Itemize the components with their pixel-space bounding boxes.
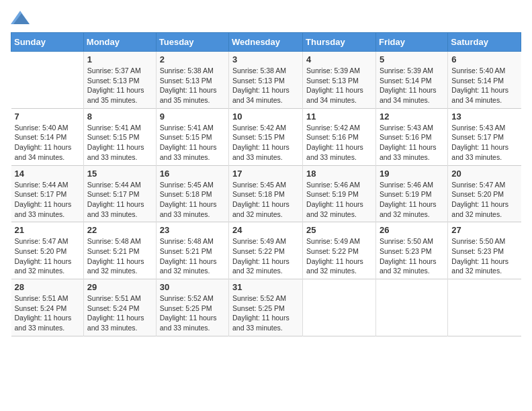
calendar-cell: 14Sunrise: 5:44 AMSunset: 5:17 PMDayligh… xyxy=(11,165,84,222)
daylight-minutes: and 33 minutes. xyxy=(160,152,225,163)
day-info: Sunrise: 5:41 AMSunset: 5:15 PMDaylight:… xyxy=(160,123,225,163)
sunset-text: Sunset: 5:16 PM xyxy=(380,132,444,142)
weekday-header: Thursday xyxy=(303,33,376,52)
day-info: Sunrise: 5:50 AMSunset: 5:23 PMDaylight:… xyxy=(380,236,444,276)
sunrise-text: Sunrise: 5:47 AM xyxy=(451,180,517,190)
daylight-text: Daylight: 11 hours xyxy=(160,199,225,210)
weekday-header: Tuesday xyxy=(156,33,228,52)
daylight-text: Daylight: 11 hours xyxy=(380,142,444,152)
sunrise-text: Sunrise: 5:39 AM xyxy=(380,66,444,76)
day-number: 12 xyxy=(380,111,444,122)
day-number: 15 xyxy=(87,169,152,179)
sunrise-text: Sunrise: 5:38 AM xyxy=(160,66,225,76)
daylight-minutes: and 34 minutes. xyxy=(380,95,444,105)
calendar-cell: 5Sunrise: 5:39 AMSunset: 5:14 PMDaylight… xyxy=(375,52,447,109)
day-number: 26 xyxy=(380,225,444,235)
sunrise-text: Sunrise: 5:52 AM xyxy=(160,293,225,304)
day-number: 27 xyxy=(451,225,517,235)
day-number: 10 xyxy=(232,111,299,122)
sunrise-text: Sunrise: 5:42 AM xyxy=(232,123,299,133)
calendar-header-row: SundayMondayTuesdayWednesdayThursdayFrid… xyxy=(11,33,521,52)
sunset-text: Sunset: 5:16 PM xyxy=(306,132,372,142)
daylight-minutes: and 33 minutes. xyxy=(232,152,299,163)
day-info: Sunrise: 5:51 AMSunset: 5:24 PMDaylight:… xyxy=(15,293,80,333)
daylight-text: Daylight: 11 hours xyxy=(160,142,225,152)
sunrise-text: Sunrise: 5:41 AM xyxy=(87,123,152,133)
calendar-cell: 1Sunrise: 5:37 AMSunset: 5:13 PMDaylight… xyxy=(83,52,156,109)
daylight-text: Daylight: 11 hours xyxy=(451,199,517,210)
daylight-text: Daylight: 11 hours xyxy=(87,257,152,267)
sunset-text: Sunset: 5:14 PM xyxy=(15,132,80,142)
day-number: 18 xyxy=(306,169,372,179)
weekday-header: Wednesday xyxy=(229,33,303,52)
calendar-cell: 20Sunrise: 5:47 AMSunset: 5:20 PMDayligh… xyxy=(448,165,521,222)
daylight-text: Daylight: 11 hours xyxy=(15,199,80,210)
sunset-text: Sunset: 5:21 PM xyxy=(87,246,152,257)
day-number: 16 xyxy=(160,169,225,179)
day-number: 7 xyxy=(15,111,80,122)
daylight-text: Daylight: 11 hours xyxy=(306,85,372,95)
day-number: 2 xyxy=(160,54,225,64)
daylight-minutes: and 32 minutes. xyxy=(306,266,372,276)
daylight-minutes: and 32 minutes. xyxy=(232,266,299,276)
day-info: Sunrise: 5:50 AMSunset: 5:23 PMDaylight:… xyxy=(451,236,517,276)
day-info: Sunrise: 5:40 AMSunset: 5:14 PMDaylight:… xyxy=(15,123,80,163)
daylight-text: Daylight: 11 hours xyxy=(232,199,299,210)
sunrise-text: Sunrise: 5:38 AM xyxy=(232,66,299,76)
sunset-text: Sunset: 5:14 PM xyxy=(380,76,444,86)
day-info: Sunrise: 5:52 AMSunset: 5:25 PMDaylight:… xyxy=(232,293,299,333)
sunrise-text: Sunrise: 5:40 AM xyxy=(451,66,517,76)
sunrise-text: Sunrise: 5:44 AM xyxy=(15,180,80,190)
daylight-text: Daylight: 11 hours xyxy=(451,257,517,267)
sunrise-text: Sunrise: 5:51 AM xyxy=(15,293,80,304)
sunrise-text: Sunrise: 5:44 AM xyxy=(87,180,152,190)
daylight-minutes: and 33 minutes. xyxy=(160,210,225,220)
calendar-cell: 24Sunrise: 5:49 AMSunset: 5:22 PMDayligh… xyxy=(229,222,303,279)
sunset-text: Sunset: 5:25 PM xyxy=(160,304,225,314)
daylight-text: Daylight: 11 hours xyxy=(306,142,372,152)
weekday-header: Friday xyxy=(375,33,447,52)
calendar-cell: 26Sunrise: 5:50 AMSunset: 5:23 PMDayligh… xyxy=(375,222,447,279)
daylight-text: Daylight: 11 hours xyxy=(87,199,152,210)
calendar-cell: 12Sunrise: 5:43 AMSunset: 5:16 PMDayligh… xyxy=(375,108,447,165)
day-number: 20 xyxy=(451,169,517,179)
day-number: 24 xyxy=(232,225,299,235)
day-info: Sunrise: 5:46 AMSunset: 5:19 PMDaylight:… xyxy=(380,180,444,220)
calendar-cell: 28Sunrise: 5:51 AMSunset: 5:24 PMDayligh… xyxy=(11,279,84,336)
daylight-minutes: and 32 minutes. xyxy=(451,210,517,220)
daylight-minutes: and 32 minutes. xyxy=(451,266,517,276)
daylight-minutes: and 34 minutes. xyxy=(451,95,517,105)
weekday-header: Sunday xyxy=(11,33,84,52)
daylight-minutes: and 32 minutes. xyxy=(380,266,444,276)
sunset-text: Sunset: 5:20 PM xyxy=(451,189,517,199)
day-number: 23 xyxy=(160,225,225,235)
day-number: 3 xyxy=(232,54,299,64)
calendar-cell: 30Sunrise: 5:52 AMSunset: 5:25 PMDayligh… xyxy=(156,279,228,336)
sunset-text: Sunset: 5:15 PM xyxy=(87,132,152,142)
calendar-cell: 10Sunrise: 5:42 AMSunset: 5:15 PMDayligh… xyxy=(229,108,303,165)
day-info: Sunrise: 5:38 AMSunset: 5:13 PMDaylight:… xyxy=(160,66,225,105)
sunset-text: Sunset: 5:13 PM xyxy=(306,76,372,86)
daylight-text: Daylight: 11 hours xyxy=(232,85,299,95)
sunset-text: Sunset: 5:17 PM xyxy=(87,189,152,199)
daylight-text: Daylight: 11 hours xyxy=(160,257,225,267)
day-number: 25 xyxy=(306,225,372,235)
daylight-minutes: and 32 minutes. xyxy=(380,210,444,220)
daylight-minutes: and 32 minutes. xyxy=(15,266,80,276)
sunset-text: Sunset: 5:15 PM xyxy=(160,132,225,142)
day-info: Sunrise: 5:48 AMSunset: 5:21 PMDaylight:… xyxy=(160,236,225,276)
daylight-text: Daylight: 11 hours xyxy=(451,142,517,152)
daylight-minutes: and 32 minutes. xyxy=(306,210,372,220)
calendar-cell: 6Sunrise: 5:40 AMSunset: 5:14 PMDaylight… xyxy=(448,52,521,109)
sunset-text: Sunset: 5:25 PM xyxy=(232,304,299,314)
day-info: Sunrise: 5:42 AMSunset: 5:16 PMDaylight:… xyxy=(306,123,372,163)
sunrise-text: Sunrise: 5:43 AM xyxy=(380,123,444,133)
calendar-cell: 2Sunrise: 5:38 AMSunset: 5:13 PMDaylight… xyxy=(156,52,228,109)
day-info: Sunrise: 5:44 AMSunset: 5:17 PMDaylight:… xyxy=(87,180,152,220)
daylight-text: Daylight: 11 hours xyxy=(15,313,80,323)
sunrise-text: Sunrise: 5:51 AM xyxy=(87,293,152,304)
day-info: Sunrise: 5:49 AMSunset: 5:22 PMDaylight:… xyxy=(232,236,299,276)
daylight-text: Daylight: 11 hours xyxy=(380,257,444,267)
daylight-minutes: and 34 minutes. xyxy=(232,95,299,105)
sunset-text: Sunset: 5:20 PM xyxy=(15,246,80,257)
